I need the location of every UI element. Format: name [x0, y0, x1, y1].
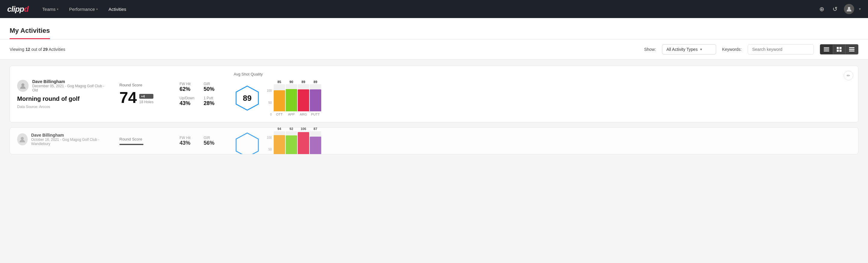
refresh-icon[interactable]: ↺ — [831, 5, 839, 13]
bar-outer — [274, 131, 285, 155]
svg-point-14 — [21, 137, 24, 140]
bar-group: 89 PUTT — [310, 80, 321, 116]
bar-group: 85 OTT — [274, 80, 285, 116]
nav-performance-label: Performance — [69, 7, 95, 12]
view-toggle — [820, 44, 858, 55]
page-header: My Activities — [0, 18, 868, 39]
quality-label: Avg Shot Quality — [234, 72, 321, 77]
activity-title: Morning round of golf — [17, 95, 107, 102]
stats-section: FW Hit 43% GIR 56% — [180, 136, 222, 146]
nav-teams-chevron: ▾ — [57, 7, 58, 11]
svg-rect-5 — [837, 47, 839, 49]
bar-fill — [310, 89, 321, 111]
add-icon[interactable]: ⊕ — [817, 5, 826, 13]
one-putt-value: 28% — [204, 100, 222, 107]
card-left: Dave Billingham October 16, 2021 - Gog M… — [17, 133, 107, 149]
user-name: Dave Billingham — [31, 133, 107, 138]
viewing-text: Viewing 12 out of 29 Activities — [10, 47, 638, 52]
svg-point-12 — [21, 83, 24, 86]
nav-performance[interactable]: Performance ▾ — [65, 4, 102, 14]
hexagon: 89 — [234, 85, 261, 112]
one-putt-label: 1 Putt — [204, 96, 222, 100]
navbar: clippd Teams ▾ Performance ▾ Activities … — [0, 0, 868, 18]
view-grid-button[interactable] — [833, 45, 845, 54]
bar-group: 92 APP — [286, 127, 297, 154]
view-compact-button[interactable] — [820, 45, 833, 54]
bar-fill — [310, 137, 321, 154]
nav-teams-label: Teams — [42, 7, 56, 12]
user-date: October 16, 2021 - Gog Magog Golf Club -… — [31, 138, 107, 146]
data-source: Data Source: Arccos — [17, 105, 107, 109]
avatar-chevron: ▾ — [859, 7, 861, 11]
fw-hit-stat: FW Hit 62% — [180, 82, 197, 92]
keywords-label: Keywords: — [722, 47, 742, 52]
nav-teams[interactable]: Teams ▾ — [38, 4, 63, 14]
bar-outer — [274, 84, 285, 111]
svg-rect-11 — [849, 51, 855, 52]
svg-point-0 — [848, 7, 850, 9]
user-info: Dave Billingham October 16, 2021 - Gog M… — [31, 133, 107, 146]
avatar[interactable] — [844, 4, 854, 14]
gir-stat: GIR 56% — [204, 136, 222, 146]
quality-section: Avg Shot Quality 89 100 50 0 85 — [234, 72, 360, 116]
bar-value: 89 — [302, 80, 305, 84]
svg-rect-4 — [824, 51, 829, 52]
gir-label: GIR — [204, 136, 222, 140]
activity-type-select[interactable]: All Activity Types ▾ — [662, 44, 716, 55]
bar-group: 89 ARG — [298, 80, 309, 116]
fw-hit-value: 43% — [180, 140, 197, 146]
bar-value: 106 — [301, 127, 306, 130]
user-name: Dave Billingham — [32, 79, 107, 84]
hexagon-container — [234, 132, 261, 155]
activity-type-chevron: ▾ — [700, 47, 702, 52]
quality-section: Avg Shot Quality 100 50 0 94 — [234, 127, 360, 154]
activity-card: Dave Billingham October 16, 2021 - Gog M… — [10, 127, 858, 154]
content: ✏ Dave Billingham December 05, 2021 - Go… — [0, 60, 868, 165]
filter-bar: Viewing 12 out of 29 Activities Show: Al… — [0, 39, 868, 60]
bar-chart: 100 50 0 94 OTT 92 APP 106 ARG — [267, 127, 321, 154]
bar-chart: 100 50 0 85 OTT 90 APP 89 ARG — [267, 80, 321, 116]
fw-hit-stat: FW Hit 43% — [180, 136, 197, 146]
search-input[interactable] — [748, 44, 814, 55]
quality-inner: Avg Shot Quality 89 100 50 0 85 — [234, 72, 321, 116]
bar-outer — [310, 84, 321, 111]
viewing-total: 29 — [43, 47, 48, 52]
fw-hit-value: 62% — [180, 86, 197, 92]
bar-label: OTT — [276, 113, 283, 116]
round-score-section: Round Score — [119, 137, 167, 145]
bar-fill — [274, 135, 285, 154]
nav-right: ⊕ ↺ ▾ — [817, 4, 861, 14]
quality-inner: Avg Shot Quality 100 50 0 94 — [234, 127, 321, 154]
activity-card: ✏ Dave Billingham December 05, 2021 - Go… — [10, 66, 858, 122]
bar-value: 89 — [314, 80, 317, 84]
user-info: Dave Billingham December 05, 2021 - Gog … — [32, 79, 107, 92]
view-list-button[interactable] — [845, 45, 858, 54]
bar-fill — [274, 90, 285, 111]
svg-rect-10 — [849, 49, 855, 50]
nav-activities[interactable]: Activities — [104, 4, 130, 14]
bar-fill — [286, 136, 297, 154]
logo: clippd — [7, 4, 29, 14]
svg-rect-3 — [824, 50, 829, 50]
holes-text: 18 Holes — [139, 100, 153, 104]
hexagon-container: 89 — [234, 85, 261, 112]
gir-value: 56% — [204, 140, 222, 146]
bar-outer — [298, 131, 309, 155]
score-details: +4 18 Holes — [139, 94, 153, 105]
svg-rect-9 — [849, 47, 855, 48]
fw-hit-label: FW Hit — [180, 136, 197, 140]
gir-stat: GIR 50% — [204, 82, 222, 92]
avatar — [17, 133, 28, 145]
nav-activities-label: Activities — [108, 7, 126, 12]
edit-button[interactable]: ✏ — [844, 71, 853, 80]
show-label: Show: — [644, 47, 656, 52]
avatar — [17, 80, 29, 92]
activity-type-value: All Activity Types — [666, 47, 698, 52]
viewing-count: 12 — [26, 47, 30, 52]
score-badge: +4 — [139, 94, 153, 99]
bar-outer — [310, 131, 321, 155]
user-row: Dave Billingham October 16, 2021 - Gog M… — [17, 133, 107, 146]
one-putt-stat: 1 Putt 28% — [204, 96, 222, 107]
score-display: 74 +4 18 Holes — [119, 90, 167, 105]
svg-rect-6 — [839, 47, 841, 49]
